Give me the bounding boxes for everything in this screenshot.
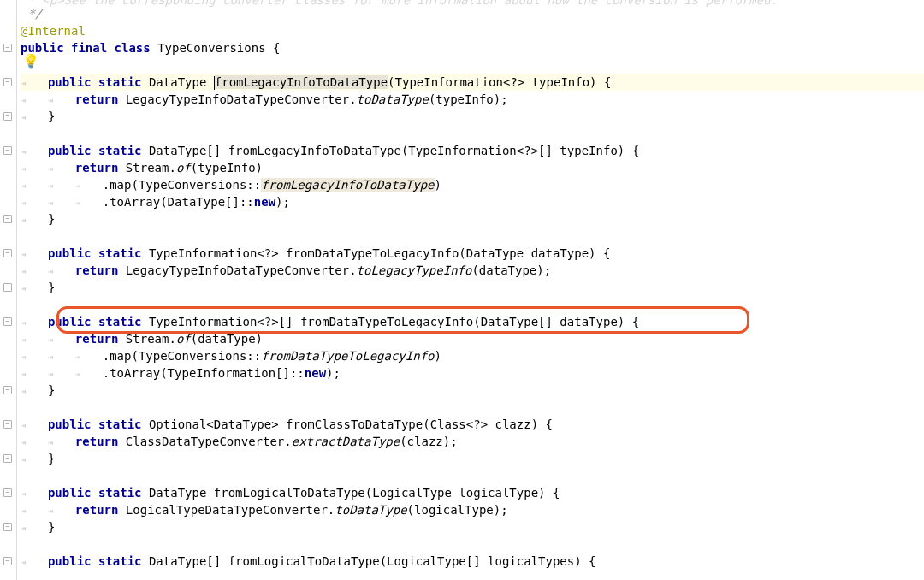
code-line[interactable]: ⇥ public static DataType[] fromLogicalTo… <box>21 553 924 570</box>
code-line[interactable]: ⇥ ⇥ return LogicalTypeDataTypeConverter.… <box>21 501 924 518</box>
code-line[interactable]: ⇥ } <box>21 210 924 228</box>
code-line[interactable]: ⇥ } <box>21 450 924 467</box>
code-line[interactable] <box>21 296 924 313</box>
code-line[interactable]: ⇥ } <box>21 382 924 399</box>
code-line[interactable]: ⇥ public static DataType[] fromLegacyInf… <box>21 142 924 159</box>
fold-toggle-icon[interactable]: − <box>3 44 12 52</box>
fold-toggle-icon[interactable]: − <box>3 420 12 429</box>
fold-toggle-icon[interactable]: − <box>3 557 12 565</box>
fold-toggle-icon[interactable]: − <box>3 523 12 531</box>
code-line[interactable]: ⇥ ⇥ return Stream.of(typeInfo) <box>21 159 924 176</box>
editor-gutter: −−−−−−−−−−−−−− <box>0 0 17 580</box>
code-line[interactable] <box>21 399 924 416</box>
code-line[interactable]: ⇥ } <box>21 518 924 536</box>
code-line[interactable] <box>21 125 924 142</box>
code-line[interactable]: ⇥ ⇥ ⇥ .toArray(DataType[]::new); <box>21 193 924 210</box>
code-line[interactable]: ⇥ } <box>21 108 924 125</box>
code-line[interactable] <box>21 56 924 74</box>
code-editor[interactable]: −−−−−−−−−−−−−− * <p>See the correspondin… <box>0 0 924 580</box>
code-line[interactable]: public final class TypeConversions { <box>21 39 924 56</box>
code-line[interactable]: ⇥ ⇥ ⇥ .map(TypeConversions::fromDataType… <box>21 347 924 364</box>
code-line[interactable]: ⇥ public static TypeInformation<?> fromD… <box>21 245 924 262</box>
fold-toggle-icon[interactable]: − <box>3 283 12 292</box>
intention-bulb-icon[interactable]: 💡 <box>22 53 39 70</box>
fold-toggle-icon[interactable]: − <box>3 112 12 121</box>
fold-toggle-icon[interactable]: − <box>3 249 12 257</box>
fold-toggle-icon[interactable]: − <box>3 146 12 155</box>
fold-toggle-icon[interactable]: − <box>3 215 12 223</box>
fold-toggle-icon[interactable]: − <box>3 317 12 326</box>
code-line[interactable] <box>21 228 924 245</box>
code-line[interactable]: ⇥ ⇥ return ClassDataTypeConverter.extrac… <box>21 433 924 450</box>
code-line[interactable] <box>21 467 924 484</box>
code-line[interactable] <box>21 536 924 553</box>
code-line[interactable]: ⇥ ⇥ ⇥ .map(TypeConversions::fromLegacyIn… <box>21 176 924 193</box>
code-line[interactable]: ⇥ ⇥ return LegacyTypeInfoDataTypeConvert… <box>21 91 924 108</box>
fold-toggle-icon[interactable]: − <box>3 454 12 463</box>
fold-toggle-icon[interactable]: − <box>3 488 12 497</box>
fold-toggle-icon[interactable]: − <box>3 78 12 86</box>
code-line[interactable]: ⇥ ⇥ ⇥ .toArray(TypeInformation[]::new); <box>21 364 924 382</box>
code-line[interactable]: @Internal <box>21 22 924 39</box>
code-line[interactable]: */ <box>21 5 924 22</box>
code-area[interactable]: * <p>See the corresponding converter cla… <box>17 0 924 580</box>
code-line[interactable]: ⇥ ⇥ return LegacyTypeInfoDataTypeConvert… <box>21 262 924 279</box>
code-line[interactable]: ⇥ public static Optional<DataType> fromC… <box>21 416 924 433</box>
fold-toggle-icon[interactable]: − <box>3 386 12 394</box>
code-line[interactable]: ⇥ public static DataType fromLegacyInfoT… <box>21 74 924 91</box>
code-line[interactable]: ⇥ ⇥ return Stream.of(dataType) <box>21 330 924 347</box>
code-line[interactable]: ⇥ } <box>21 279 924 296</box>
code-line[interactable]: ⇥ public static TypeInformation<?>[] fro… <box>21 313 924 330</box>
code-line[interactable]: ⇥ public static DataType fromLogicalToDa… <box>21 484 924 501</box>
